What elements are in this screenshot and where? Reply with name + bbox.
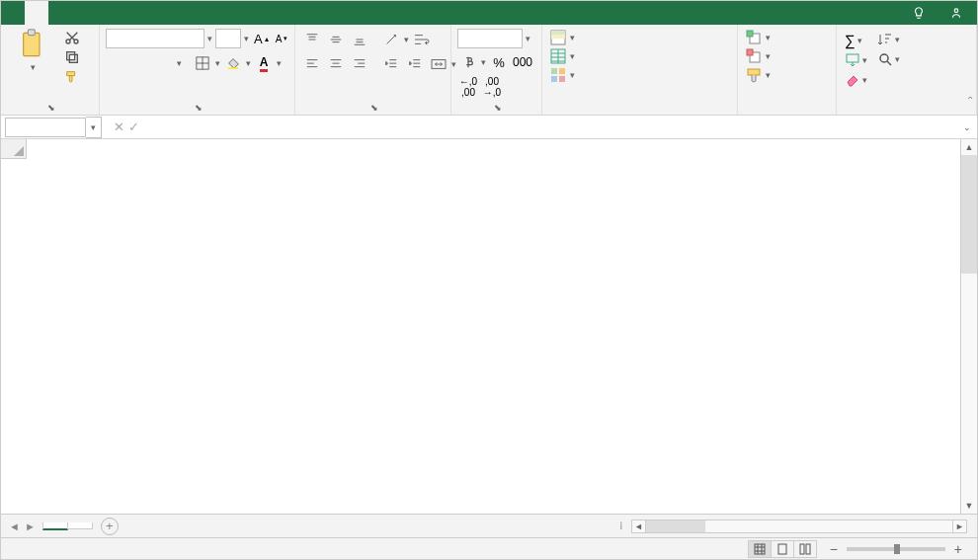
underline-button[interactable] — [153, 52, 175, 74]
name-box-dd[interactable]: ▾ — [86, 117, 102, 138]
add-sheet-button[interactable]: + — [101, 518, 119, 535]
underline-dd[interactable]: ▾ — [177, 58, 182, 68]
font-launcher[interactable]: ⬊ — [195, 103, 203, 113]
align-launcher[interactable]: ⬊ — [370, 103, 378, 113]
cells-format-button[interactable]: ▾ — [744, 66, 773, 84]
sheet-nav-prev[interactable]: ◄ — [7, 520, 22, 532]
format-as-table-button[interactable]: ▾ — [548, 47, 577, 65]
svg-point-0 — [954, 9, 958, 12]
decrease-decimal-button[interactable]: ,00→,0 — [481, 76, 503, 98]
increase-indent-button[interactable] — [404, 53, 426, 75]
tab-data[interactable] — [120, 1, 143, 25]
view-page-layout-button[interactable] — [771, 540, 794, 558]
border-button[interactable] — [192, 52, 213, 74]
cells-delete-button[interactable]: ▾ — [744, 47, 773, 65]
paste-button[interactable]: ▾ — [30, 62, 36, 72]
italic-button[interactable] — [129, 52, 151, 74]
cell-styles-button[interactable]: ▾ — [548, 66, 577, 84]
tab-help[interactable] — [191, 1, 214, 25]
format-painter-button[interactable] — [62, 68, 82, 86]
scroll-down-button[interactable]: ▼ — [961, 498, 977, 514]
wrap-text-button[interactable] — [411, 29, 433, 50]
increase-font-button[interactable]: A▴ — [252, 31, 271, 47]
fill-button[interactable]: ▾ — [843, 51, 869, 69]
horizontal-scrollbar[interactable]: ◄ ► — [631, 520, 967, 533]
cancel-formula-button[interactable]: ✕ — [114, 120, 124, 134]
tab-formulas[interactable] — [96, 1, 120, 25]
accept-formula-button[interactable]: ✓ — [128, 120, 139, 134]
collapse-ribbon-button[interactable]: ⌃ — [966, 95, 974, 106]
find-select-button[interactable]: ▾ — [875, 50, 902, 68]
zoom-in-button[interactable]: + — [951, 541, 965, 557]
expand-formula-bar[interactable]: ⌄ — [957, 122, 977, 132]
formula-bar[interactable] — [149, 119, 957, 136]
tab-file[interactable] — [1, 1, 25, 25]
font-size-dd[interactable]: ▾ — [244, 34, 249, 43]
tab-review[interactable] — [143, 1, 167, 25]
sheet-tab-general[interactable] — [42, 522, 68, 530]
font-size-combo[interactable] — [215, 29, 241, 48]
font-name-dd[interactable]: ▾ — [207, 34, 212, 43]
select-all-corner[interactable] — [1, 139, 27, 159]
tab-page-layout[interactable] — [72, 1, 96, 25]
svg-rect-12 — [551, 35, 565, 39]
align-bottom-button[interactable] — [349, 29, 370, 50]
zoom-out-button[interactable]: − — [827, 541, 841, 557]
align-center-button[interactable] — [325, 53, 347, 75]
orientation-button[interactable] — [380, 29, 402, 50]
sort-icon — [877, 32, 893, 47]
copy-button[interactable] — [62, 48, 82, 66]
sheet-nav-next[interactable]: ► — [23, 520, 38, 532]
cut-button[interactable] — [62, 29, 82, 46]
name-box[interactable] — [5, 118, 86, 137]
decrease-font-button[interactable]: A▾ — [274, 33, 290, 45]
ac-icon — [329, 57, 343, 71]
tell-me[interactable] — [902, 1, 939, 25]
fill-dd[interactable]: ▾ — [246, 58, 251, 68]
align-middle-button[interactable] — [325, 29, 347, 50]
sort-filter-button[interactable]: ▾ — [875, 31, 902, 48]
view-page-break-button[interactable] — [793, 540, 817, 558]
font-name-combo[interactable] — [106, 29, 204, 48]
tab-insert[interactable] — [48, 1, 72, 25]
increase-decimal-button[interactable]: ←,0,00 — [457, 76, 479, 98]
accounting-button[interactable] — [457, 51, 479, 73]
tab-docsvision[interactable] — [214, 1, 238, 25]
numfmt-dd[interactable]: ▾ — [526, 34, 530, 43]
number-format-combo[interactable] — [457, 29, 523, 48]
svg-rect-2 — [28, 30, 35, 36]
merge-button[interactable] — [428, 53, 449, 75]
align-right-button[interactable] — [349, 53, 370, 75]
tab-view[interactable] — [167, 1, 191, 25]
scroll-left-button[interactable]: ◄ — [632, 520, 646, 532]
orient-dd[interactable]: ▾ — [404, 35, 409, 44]
insert-cells-icon — [746, 30, 762, 45]
scroll-right-button[interactable]: ► — [952, 520, 966, 532]
view-normal-button[interactable] — [748, 540, 772, 558]
vertical-scrollbar[interactable]: ▲ ▼ — [960, 139, 977, 514]
paste-icon[interactable] — [17, 27, 48, 62]
comma-button[interactable]: 000 — [512, 51, 533, 73]
align-top-button[interactable] — [301, 29, 323, 50]
bold-button[interactable] — [106, 52, 127, 74]
font-color-dd[interactable]: ▾ — [277, 58, 282, 68]
clear-button[interactable]: ▾ — [843, 71, 869, 89]
scroll-up-button[interactable]: ▲ — [961, 139, 977, 155]
percent-button[interactable]: % — [488, 51, 510, 73]
cells-insert-button[interactable]: ▾ — [744, 29, 773, 46]
border-dd[interactable]: ▾ — [215, 58, 220, 68]
autosum-button[interactable]: ∑▾ — [843, 31, 869, 49]
number-launcher[interactable]: ⬊ — [494, 103, 502, 113]
acct-dd[interactable]: ▾ — [481, 57, 486, 67]
clipboard-launcher[interactable]: ⬊ — [47, 103, 55, 113]
zoom-slider[interactable] — [847, 547, 945, 551]
sheet-tab-report[interactable] — [67, 522, 93, 529]
tab-home[interactable] — [25, 1, 48, 25]
decrease-indent-button[interactable] — [380, 53, 402, 75]
share-button[interactable] — [939, 1, 977, 25]
align-left-button[interactable] — [301, 53, 323, 75]
conditional-formatting-button[interactable]: ▾ — [548, 29, 577, 46]
fill-color-button[interactable] — [222, 52, 244, 74]
merge-icon — [431, 57, 447, 71]
font-color-button[interactable]: A — [253, 52, 275, 74]
